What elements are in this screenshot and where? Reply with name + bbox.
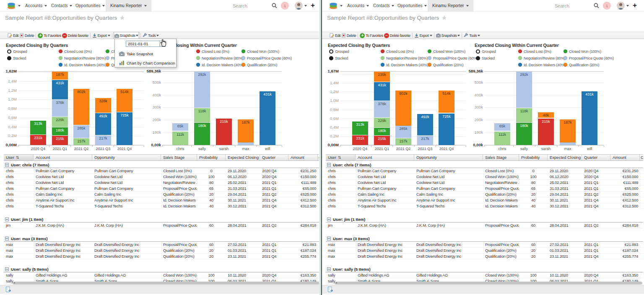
horizontal-scrollbar[interactable]: [13, 282, 320, 285]
legend-series-dot[interactable]: [196, 49, 200, 53]
nav-item-accounts[interactable]: Accounts: [347, 0, 369, 11]
table-row[interactable]: chrisT-Squared TechsT-Squared TechsId. D…: [4, 203, 321, 209]
chart-by-chart-comparison-menu-item[interactable]: Chart by Chart Comparison: [115, 59, 176, 67]
legend-mode-label[interactable]: Grouped: [482, 49, 496, 54]
collapse-icon[interactable]: [5, 217, 9, 221]
add-button[interactable]: +: [311, 1, 315, 10]
legend-mode-label[interactable]: Grouped: [335, 49, 349, 54]
legend-series-dot[interactable]: [381, 63, 384, 67]
group-header-row[interactable]: User: max (3 Items): [326, 236, 643, 242]
snapshots-button[interactable]: Snapshots: [114, 32, 140, 39]
legend-series-label[interactable]: Id. Decision Makers (40%): [202, 63, 244, 67]
legend-series-label[interactable]: Closed Won (100%): [433, 49, 465, 54]
legend-series-dot[interactable]: [242, 49, 245, 53]
nav-item-accounts[interactable]: Accounts: [25, 0, 47, 11]
notification-badge[interactable]: 1: [603, 2, 611, 10]
column-header-user[interactable]: User⇅: [4, 155, 34, 160]
to-favorites-button[interactable]: +To Favorites: [37, 32, 62, 39]
search-input[interactable]: [554, 2, 593, 10]
star-icon[interactable]: [441, 15, 447, 21]
bar-segment-decision[interactable]: [260, 91, 275, 145]
legend-series-dot[interactable]: [428, 49, 431, 53]
collapse-icon[interactable]: [327, 217, 331, 221]
column-header-quarter[interactable]: Quarter: [582, 155, 610, 160]
legend-series-label[interactable]: Id. Decision Makers (40%): [64, 63, 106, 67]
legend-series-label[interactable]: Proposal/Price Quote (60%): [569, 56, 614, 61]
legend-series-label[interactable]: Closed Won (100%): [247, 49, 279, 54]
column-header-account[interactable]: Account: [34, 155, 92, 160]
legend-series-label[interactable]: Closed Lost (0%): [386, 49, 414, 54]
legend-mode-label[interactable]: Stacked: [335, 56, 348, 61]
collapse-icon[interactable]: [327, 267, 331, 271]
delete-button[interactable]: Delete: [19, 32, 34, 39]
delete-favorite-button[interactable]: −Delete favorite: [384, 32, 411, 39]
column-header-amount[interactable]: Amount: [288, 155, 318, 160]
horizontal-scrollbar[interactable]: [335, 282, 642, 285]
column-header-probability[interactable]: Probability: [197, 155, 226, 160]
delete-favorite-button[interactable]: −Delete favorite: [62, 32, 89, 39]
add-button[interactable]: +: [633, 1, 637, 10]
column-header-quarter[interactable]: Quarter: [260, 155, 288, 160]
snapshots-button[interactable]: Snapshots: [436, 32, 461, 39]
bar-segment-proposal[interactable]: [238, 142, 254, 145]
app-logo-menu[interactable]: [7, 0, 21, 11]
export-button[interactable]: Export: [414, 32, 433, 39]
tools-button[interactable]: Tools: [142, 32, 159, 39]
avatar[interactable]: [295, 2, 303, 10]
legend-series-dot[interactable]: [518, 56, 522, 60]
table-row[interactable]: maxDraft Diversified Energy IncDraft Div…: [4, 248, 321, 254]
column-header-expected-closing[interactable]: Expected Closing: [548, 155, 582, 160]
collapse-icon[interactable]: [327, 237, 331, 241]
group-header-row[interactable]: User: jim (1 Item): [4, 217, 321, 223]
collapse-icon[interactable]: [5, 237, 9, 241]
avatar-chevron-icon[interactable]: [304, 5, 307, 7]
legend-series-dot[interactable]: [518, 63, 522, 67]
legend-series-dot[interactable]: [564, 56, 567, 60]
legend-series-dot[interactable]: [381, 49, 384, 53]
table-row[interactable]: jimJ.K.M. Corp (HA)J.K.M. Corp (HA)Propo…: [326, 223, 643, 228]
legend-mode-label[interactable]: Grouped: [13, 49, 27, 54]
legend-mode-label[interactable]: Stacked: [13, 56, 26, 61]
legend-series-dot[interactable]: [59, 56, 62, 60]
legend-series-dot[interactable]: [59, 63, 62, 67]
scroll-left-arrow[interactable]: [13, 282, 15, 284]
legend-series-dot[interactable]: [196, 56, 200, 60]
table-row[interactable]: chrisPullman Cart CompanyPullman Cart Co…: [4, 168, 321, 174]
legend-mode-radio[interactable]: [7, 56, 11, 60]
legend-mode-radio[interactable]: [329, 56, 333, 60]
avatar-chevron-icon[interactable]: [626, 5, 629, 7]
legend-mode-label[interactable]: Stacked: [482, 56, 495, 61]
column-header-amount[interactable]: Amount: [610, 155, 640, 160]
legend-series-dot[interactable]: [518, 49, 522, 53]
legend-series-label[interactable]: Proposal/Price Quote (60%): [433, 56, 478, 61]
legend-series-label[interactable]: Negotiation/Review (80%): [202, 56, 243, 61]
legend-mode-radio[interactable]: [7, 49, 11, 54]
legend-series-label[interactable]: Qualification (20%): [247, 63, 277, 67]
legend-series-dot[interactable]: [428, 63, 431, 67]
group-header-row[interactable]: User: chris (7 Items): [4, 162, 321, 168]
legend-series-dot[interactable]: [564, 63, 567, 67]
table-row[interactable]: maxDraft Diversified Energy IncDraft Div…: [326, 242, 643, 248]
table-row[interactable]: chrisPullman Cart CompanyPullman Cart Co…: [326, 168, 643, 174]
group-header-row[interactable]: User: jim (1 Item): [326, 217, 643, 223]
table-row[interactable]: maxDraft Diversified Energy IncDraft Div…: [4, 242, 321, 248]
table-row[interactable]: sallyGifted Holdings AGGifted Holdings A…: [4, 272, 321, 278]
legend-series-dot[interactable]: [428, 56, 431, 60]
legend-series-label[interactable]: Proposal/Price Quote (60%): [247, 56, 292, 61]
search-icon[interactable]: [272, 3, 277, 8]
nav-item-kinamu-reporter[interactable]: Kinamu Reporter: [106, 0, 151, 11]
legend-series-dot[interactable]: [196, 63, 200, 67]
table-row[interactable]: sallyGifted Holdings AGGifted Holdings A…: [326, 272, 643, 278]
collapse-icon[interactable]: [5, 267, 9, 271]
table-row[interactable]: jimJ.K.M. Corp (HA)J.K.M. Corp (HA)Propo…: [4, 223, 321, 228]
legend-series-label[interactable]: Id. Decision Makers (40%): [524, 63, 566, 67]
search-icon[interactable]: [594, 3, 599, 8]
delete-button[interactable]: Delete: [341, 32, 356, 39]
legend-series-label[interactable]: Negotiation/Review (80%): [64, 56, 106, 61]
edit-button[interactable]: Edit: [7, 32, 19, 39]
nav-item-opportunities[interactable]: Opportunities: [75, 0, 105, 11]
column-header-sales-stage[interactable]: Sales Stage: [161, 155, 197, 160]
table-row[interactable]: chrisAnytime Air Support IncAnytime Air …: [326, 197, 643, 203]
legend-series-label[interactable]: Qualification (20%): [569, 63, 599, 67]
table-row[interactable]: chrisCoolview Net LtdCoolview Net LtdClo…: [326, 174, 643, 180]
